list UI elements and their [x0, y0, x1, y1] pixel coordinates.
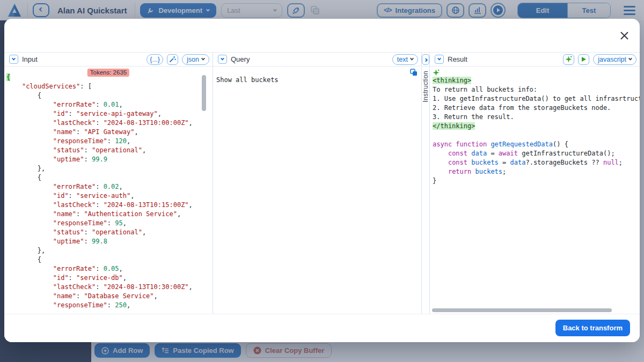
copy-icon[interactable]	[410, 69, 418, 76]
instruction-tab[interactable]: Instruction	[422, 71, 429, 102]
chevron-down-icon	[628, 57, 632, 61]
result-editor-panel: <thinking>To return all buckets info:1. …	[430, 67, 640, 314]
panel-header-row: Input {...} json Query	[4, 52, 640, 67]
instruction-collapsed-panel: Instruction	[422, 67, 430, 314]
input-mode-select[interactable]: json	[182, 54, 209, 65]
query-mode-value: text	[397, 56, 408, 63]
instruction-expand-button[interactable]	[422, 54, 429, 65]
play-icon	[581, 56, 587, 62]
result-mode-value: javascript	[598, 56, 626, 63]
input-mode-value: json	[187, 56, 199, 63]
query-editor-panel: Show all buckets	[213, 67, 422, 314]
instruction-panel-header	[422, 53, 430, 66]
close-icon	[620, 31, 629, 40]
modal-footer: Back to transform	[4, 314, 640, 342]
input-editor-panel: Tokens: 2635 { "cloudServices": [ { "err…	[4, 67, 213, 314]
generate-button[interactable]	[563, 54, 574, 65]
format-json-button[interactable]: {...}	[147, 54, 163, 65]
query-panel-title: Query	[231, 55, 250, 63]
result-sparkle-row	[430, 67, 640, 75]
result-panel-header: Result javascript	[430, 53, 640, 66]
sparkle-icon	[433, 69, 440, 76]
chevron-down-icon	[437, 57, 441, 61]
chevron-down-icon	[410, 57, 414, 61]
chevron-down-icon	[201, 57, 205, 61]
run-result-button[interactable]	[578, 54, 589, 65]
magic-fill-button[interactable]	[167, 54, 178, 65]
input-panel-header: Input {...} json	[4, 53, 213, 66]
tokens-badge: Tokens: 2635	[87, 69, 129, 77]
input-vertical-scrollbar[interactable]	[202, 75, 206, 111]
result-panel-title: Result	[448, 55, 467, 63]
chevron-down-icon	[221, 57, 224, 61]
query-mode-select[interactable]: text	[392, 54, 418, 65]
result-collapse-button[interactable]	[435, 55, 444, 64]
back-to-transform-button[interactable]: Back to transform	[555, 320, 630, 336]
close-button[interactable]	[617, 28, 631, 42]
screen: Alan AI Quickstart Development Last </>	[0, 0, 644, 362]
result-mode-select[interactable]: javascript	[593, 54, 636, 65]
chevron-right-icon	[423, 58, 427, 62]
result-horizontal-scrollbar[interactable]	[432, 308, 612, 312]
input-panel-title: Input	[22, 55, 38, 63]
query-panel-header: Query text	[213, 53, 422, 66]
input-collapse-button[interactable]	[9, 55, 18, 64]
query-collapse-button[interactable]	[218, 55, 227, 64]
transform-modal: Input {...} json Query	[4, 19, 640, 342]
chevron-down-icon	[12, 57, 16, 61]
input-json-editor[interactable]: { "cloudServices": [ { "errorRate": 0.01…	[4, 67, 213, 310]
query-text-editor[interactable]: Show all buckets	[213, 67, 421, 85]
magic-wand-icon	[169, 56, 176, 63]
result-code-editor[interactable]: <thinking>To return all buckets info:1. …	[430, 75, 640, 186]
sparkle-icon	[565, 56, 572, 63]
panel-body-row: Tokens: 2635 { "cloudServices": [ { "err…	[4, 67, 640, 314]
